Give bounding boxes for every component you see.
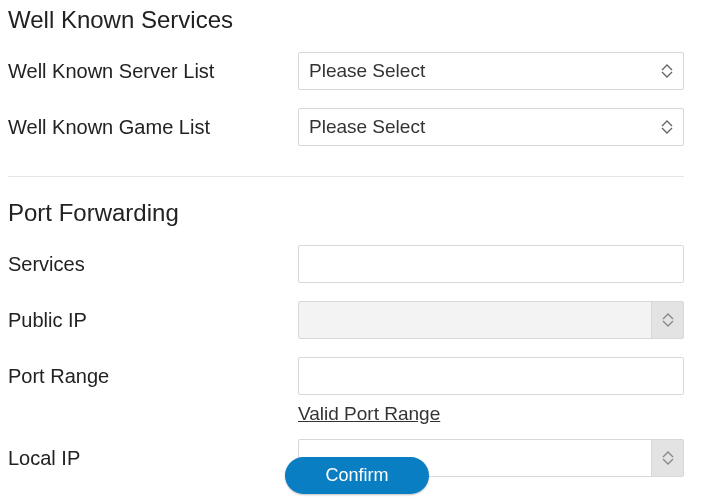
- server-list-select[interactable]: Please Select: [298, 52, 684, 90]
- well-known-services-section: Well Known Services Well Known Server Li…: [8, 6, 684, 170]
- section-divider: [8, 176, 684, 177]
- services-input[interactable]: [298, 245, 684, 283]
- server-list-label: Well Known Server List: [8, 60, 298, 83]
- port-range-label: Port Range: [8, 365, 298, 388]
- public-ip-row: Public IP: [8, 301, 684, 339]
- valid-port-range-row: Valid Port Range: [8, 403, 684, 425]
- port-forwarding-title: Port Forwarding: [8, 199, 684, 227]
- port-range-input[interactable]: [298, 357, 684, 395]
- valid-port-range-link[interactable]: Valid Port Range: [298, 403, 440, 425]
- game-list-row: Well Known Game List Please Select: [8, 108, 684, 146]
- services-label: Services: [8, 253, 298, 276]
- public-ip-select[interactable]: [298, 301, 684, 339]
- server-list-value: Please Select: [309, 60, 425, 82]
- port-forwarding-section: Port Forwarding Services Public IP: [8, 199, 684, 501]
- game-list-select[interactable]: Please Select: [298, 108, 684, 146]
- confirm-button[interactable]: Confirm: [285, 457, 428, 494]
- well-known-services-title: Well Known Services: [8, 6, 684, 34]
- spinner-icon: [661, 120, 673, 134]
- server-list-row: Well Known Server List Please Select: [8, 52, 684, 90]
- port-range-row: Port Range: [8, 357, 684, 395]
- spinner-icon: [651, 302, 683, 338]
- game-list-label: Well Known Game List: [8, 116, 298, 139]
- local-ip-label: Local IP: [8, 447, 298, 470]
- public-ip-label: Public IP: [8, 309, 298, 332]
- settings-panel[interactable]: Well Known Services Well Known Server Li…: [0, 0, 714, 504]
- services-row: Services: [8, 245, 684, 283]
- spinner-icon: [661, 64, 673, 78]
- game-list-value: Please Select: [309, 116, 425, 138]
- spinner-icon: [651, 440, 683, 476]
